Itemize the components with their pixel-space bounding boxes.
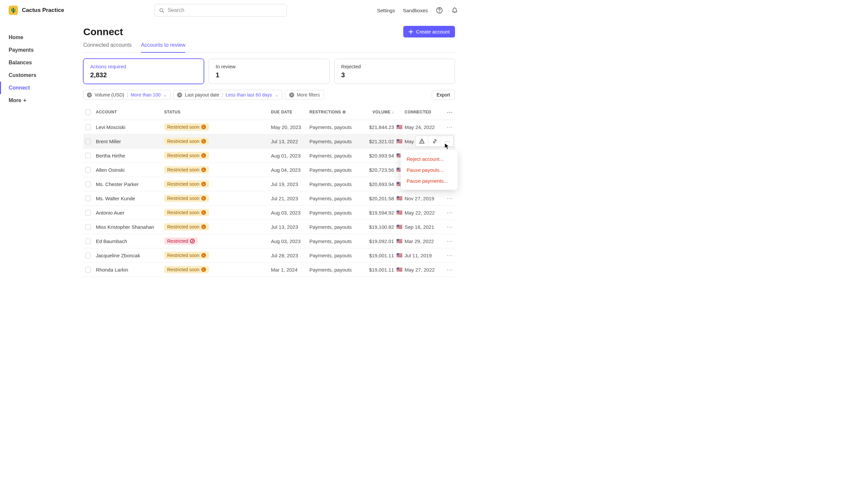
table-row[interactable]: Antonio Auer Restricted soon Aug 03, 202…: [83, 205, 455, 220]
nav-payments[interactable]: Payments: [0, 44, 73, 56]
table-row[interactable]: Rhonda Larkin Restricted soon Mar 1, 202…: [83, 263, 455, 277]
us-flag-icon: 🇺🇸: [394, 210, 404, 216]
sandboxes-link[interactable]: Sandboxes: [403, 7, 428, 13]
menu-reject-account[interactable]: Reject account...: [401, 154, 458, 164]
row-more-actions-icon[interactable]: ⋯: [447, 195, 453, 202]
restrictions: Payments, payouts: [309, 238, 361, 244]
col-connected[interactable]: CONNECTED: [404, 110, 441, 114]
table-row[interactable]: Brent Miller Restricted soon Jul 13, 202…: [83, 134, 455, 148]
col-account[interactable]: ACCOUNT: [96, 110, 164, 114]
due-date: May 20, 2023: [271, 124, 309, 130]
column-options-icon[interactable]: ⋯: [447, 109, 453, 115]
table-row[interactable]: Ms. Walter Kunde Restricted soon Jul 21,…: [83, 191, 455, 205]
menu-pause-payouts[interactable]: Pause payouts...: [401, 164, 458, 175]
row-checkbox[interactable]: [85, 238, 91, 244]
row-more-actions-icon[interactable]: ⋯: [447, 252, 453, 259]
svg-line-1: [163, 11, 164, 13]
table-row[interactable]: Levi Mosciski Restricted soon May 20, 20…: [83, 120, 455, 134]
remove-filter-icon[interactable]: ✕: [87, 92, 92, 97]
connected-date: May 22, 2022: [404, 210, 441, 216]
table-row[interactable]: Ed Baumbach Restricted Aug 03, 2023 Paym…: [83, 234, 455, 248]
volume: $19,001.11: [361, 267, 394, 273]
row-checkbox[interactable]: [85, 196, 91, 201]
stat-value: 3: [341, 71, 448, 79]
nav-connect[interactable]: Connect: [0, 82, 73, 94]
row-more-actions-icon[interactable]: ⋯: [447, 209, 453, 216]
select-all-checkbox[interactable]: [85, 109, 91, 115]
nav-home[interactable]: Home: [0, 31, 73, 44]
row-more-actions-icon[interactable]: ⋯: [447, 223, 453, 230]
stat-rejected[interactable]: Rejected 3: [334, 59, 455, 84]
stat-in-review[interactable]: In review 1: [209, 59, 329, 84]
remove-filter-icon[interactable]: ✕: [177, 92, 182, 97]
cursor-icon: [445, 143, 450, 149]
col-due[interactable]: DUE DATE: [271, 110, 309, 114]
connected-date: May 24, 2022: [404, 124, 441, 130]
table-row[interactable]: Jacqueline Zboncak Restricted soon Jul 2…: [83, 248, 455, 263]
due-date: Aug 03, 2023: [271, 210, 309, 216]
table-row[interactable]: Ms. Chester Parker Restricted soon Jul 1…: [83, 177, 455, 191]
connected-date: Sep 16, 2021: [404, 224, 441, 230]
account-name: Allen Osinski: [96, 167, 164, 173]
stat-actions-required[interactable]: Actions required 2,832: [83, 59, 204, 84]
nav-customers[interactable]: Customers: [0, 69, 73, 82]
status-badge-restricted-soon: Restricted soon: [164, 223, 209, 231]
row-checkbox[interactable]: [85, 153, 91, 159]
account-name: Antonio Auer: [96, 210, 164, 216]
us-flag-icon: 🇺🇸: [394, 238, 404, 244]
table-row[interactable]: Bertha Hirthe Restricted soon Aug 01, 20…: [83, 148, 455, 163]
us-flag-icon: 🇺🇸: [394, 267, 404, 273]
brand[interactable]: Cactus Practice: [8, 6, 64, 15]
page-title: Connect: [83, 26, 123, 37]
export-button[interactable]: Export: [432, 90, 455, 100]
volume: $21,844.23: [361, 124, 394, 130]
prohibited-icon: [190, 239, 195, 244]
help-icon[interactable]: [436, 7, 443, 14]
account-name: Rhonda Larkin: [96, 267, 164, 273]
row-more-actions-icon[interactable]: ⋯: [447, 238, 453, 245]
row-checkbox[interactable]: [85, 124, 91, 130]
svg-point-5: [421, 142, 422, 143]
filter-chip-volume[interactable]: ✕ Volume (USD) | More than 100 ⌄: [83, 90, 171, 100]
row-checkbox[interactable]: [85, 139, 91, 144]
row-checkbox[interactable]: [85, 267, 91, 273]
col-restrictions[interactable]: RESTRICTIONS ⚙: [309, 110, 361, 114]
sidebar: Home Payments Balances Customers Connect…: [0, 21, 73, 277]
row-more-actions-icon[interactable]: ⋯: [447, 266, 453, 273]
nav-balances[interactable]: Balances: [0, 56, 73, 69]
row-checkbox[interactable]: [85, 167, 91, 173]
gear-icon[interactable]: ⚙: [342, 110, 346, 114]
row-checkbox[interactable]: [85, 210, 91, 216]
table-row[interactable]: Kate Tromp Restricted soon Mar 1, 2024 P…: [83, 277, 455, 277]
account-name: Brent Miller: [96, 139, 164, 144]
status-badge-restricted-soon: Restricted soon: [164, 252, 209, 259]
restrictions: Payments, payouts: [309, 124, 361, 130]
tab-connected-accounts[interactable]: Connected accounts: [83, 42, 132, 52]
due-date: Jul 13, 2023: [271, 224, 309, 230]
link-action-icon[interactable]: [428, 136, 441, 147]
row-checkbox[interactable]: [85, 253, 91, 258]
us-flag-icon: 🇺🇸: [394, 224, 404, 230]
col-status[interactable]: STATUS: [164, 110, 271, 114]
filter-field: Last payout date: [185, 92, 219, 97]
tab-accounts-to-review[interactable]: Accounts to review: [141, 42, 185, 53]
search-input[interactable]: Search: [154, 4, 287, 17]
row-checkbox[interactable]: [85, 224, 91, 230]
row-checkbox[interactable]: [85, 181, 91, 187]
chevron-down-icon: ⌄: [275, 92, 278, 97]
bell-icon[interactable]: [451, 7, 458, 14]
more-filters-button[interactable]: + More filters: [285, 90, 324, 100]
account-name: Miss Kristopher Shanahan: [96, 224, 164, 230]
table-row[interactable]: Miss Kristopher Shanahan Restricted soon…: [83, 220, 455, 234]
status-badge-restricted-soon: Restricted soon: [164, 195, 209, 202]
warning-action-icon[interactable]: [416, 136, 428, 147]
row-more-actions-icon[interactable]: ⋯: [447, 124, 453, 130]
nav-more[interactable]: More+: [0, 94, 73, 107]
table-row[interactable]: Allen Osinski Restricted soon Aug 04, 20…: [83, 163, 455, 177]
filter-chip-payout[interactable]: ✕ Last payout date | Less than last 60 d…: [174, 90, 282, 100]
settings-link[interactable]: Settings: [377, 7, 395, 13]
create-account-button[interactable]: Create account: [403, 26, 455, 37]
menu-pause-payments[interactable]: Pause payments...: [401, 175, 458, 186]
stat-value: 1: [216, 71, 322, 79]
col-volume[interactable]: VOLUME ↓: [361, 110, 394, 114]
